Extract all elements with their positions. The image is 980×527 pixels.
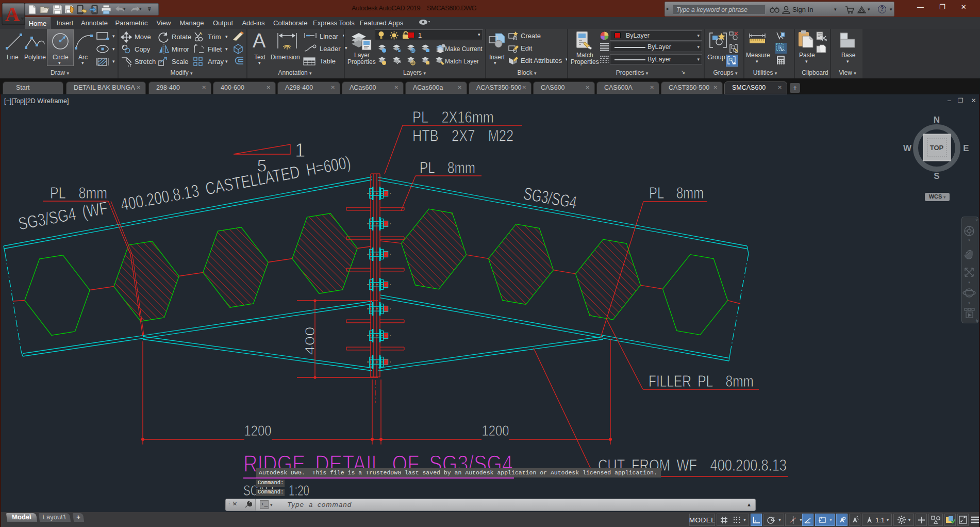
svg-text:N: N — [934, 116, 940, 125]
svg-text:▾: ▾ — [968, 281, 970, 284]
svg-text:FILLER PL 8mm: FILLER PL 8mm — [649, 372, 754, 390]
svg-text:PL 2X16mm: PL 2X16mm — [412, 108, 494, 126]
svg-text:1200: 1200 — [244, 422, 272, 439]
svg-text:E: E — [963, 143, 969, 153]
svg-text:▾: ▾ — [968, 238, 970, 242]
svg-text:1: 1 — [295, 140, 305, 161]
svg-text:PL 8mm: PL 8mm — [649, 184, 704, 202]
svg-text:×: × — [975, 218, 978, 223]
svg-text:W: W — [903, 143, 912, 153]
svg-text:A: A — [5, 3, 20, 25]
svg-text:TOP: TOP — [930, 144, 944, 152]
svg-text:HTB 2X7 M22: HTB 2X7 M22 — [412, 127, 513, 145]
svg-text:SG3/SG4: SG3/SG4 — [522, 183, 578, 212]
svg-text:400: 400 — [302, 327, 318, 355]
svg-text:▾: ▾ — [968, 301, 970, 305]
svg-text:1200: 1200 — [482, 422, 509, 439]
svg-text:S: S — [934, 171, 939, 181]
svg-text:⊖: ⊖ — [975, 318, 978, 323]
svg-text:PL 8mm: PL 8mm — [420, 159, 475, 177]
